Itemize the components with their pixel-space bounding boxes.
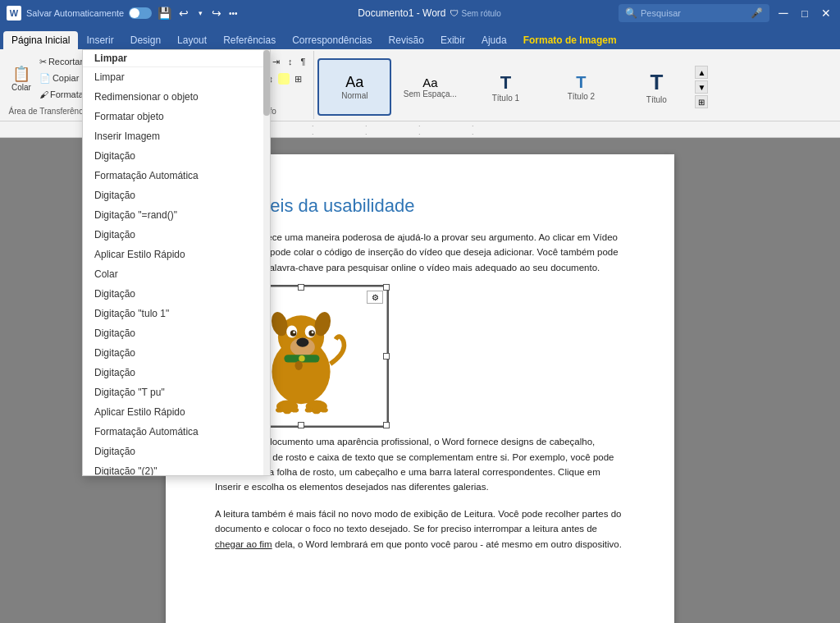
style-titulo[interactable]: T Título (619, 58, 693, 116)
dropdown-item-2[interactable]: Redimensionar o objeto (83, 87, 270, 107)
tab-review[interactable]: Revisão (381, 31, 432, 49)
dropdown-item-14[interactable]: Digitação (83, 323, 270, 343)
paste-icon: 📋 (12, 65, 30, 83)
cut-icon: ✂ (39, 57, 47, 67)
minimize-button[interactable]: ─ (776, 6, 791, 21)
shading-button[interactable] (278, 73, 290, 85)
style-t1-label: Título 1 (492, 94, 519, 103)
styles-scroll-down[interactable]: ▼ (695, 80, 708, 94)
search-icon: 🔍 (625, 7, 637, 19)
styles-scroll-controls: ▲ ▼ ⊞ (695, 66, 708, 108)
style-normal-preview: Aa (345, 74, 363, 91)
copy-icon: 📄 (39, 73, 51, 84)
cut-label: Recortar (48, 57, 83, 66)
svg-point-22 (295, 361, 303, 370)
svg-point-10 (293, 332, 295, 334)
title-bar-center: Documento1 - Word 🛡 Sem rótulo (240, 7, 619, 19)
underline-text: chegar ao fim (215, 539, 272, 549)
styles-expand[interactable]: ⊞ (695, 95, 708, 108)
dropdown-item-3[interactable]: Formatar objeto (83, 107, 270, 126)
style-normal[interactable]: Aa Normal (317, 58, 391, 116)
dropdown-item-13[interactable]: Digitação "tulo 1" (83, 304, 270, 323)
sort-button[interactable]: ↕ (285, 54, 296, 69)
handle-top-right[interactable] (383, 284, 390, 291)
ruler-marks: · · · · · · · · · · · · · · · · · · · · … (312, 121, 528, 138)
styles-section: Aa Normal Aa Sem Espaça... T Título 1 T … (314, 51, 837, 123)
tab-mailings[interactable]: Correspondências (284, 31, 380, 49)
redo-button[interactable]: ↪ (209, 6, 224, 21)
document-heading: As 10 leis da usabilidade (215, 195, 625, 217)
style-nospace[interactable]: Aa Sem Espaça... (393, 58, 467, 116)
dropdown-item-17[interactable]: Digitação "T pu" (83, 383, 270, 402)
save-button[interactable]: 💾 (157, 6, 171, 21)
styles-scroll-up[interactable]: ▲ (695, 66, 708, 79)
tab-home[interactable]: Página Inicial (3, 31, 78, 49)
dropdown-item-12[interactable]: Digitação (83, 284, 270, 304)
dropdown-scrollbar[interactable] (263, 50, 270, 475)
tag-label: Sem rótulo (462, 9, 501, 18)
dropdown-item-10[interactable]: Aplicar Estilo Rápido (83, 245, 270, 264)
document-para1[interactable]: O vídeo fornece uma maneira poderosa de … (215, 230, 625, 275)
dropdown-item-19[interactable]: Formatação Automática (83, 422, 270, 442)
dropdown-item-20[interactable]: Digitação (83, 442, 270, 461)
image-options-button[interactable]: ⚙ (367, 291, 383, 304)
tab-insert[interactable]: Inserir (78, 31, 121, 49)
svg-point-5 (296, 338, 308, 347)
increase-indent-button[interactable]: ⇥ (269, 54, 283, 69)
dropdown-item-8[interactable]: Digitação "=rand()" (83, 205, 270, 225)
autosave-toggle[interactable] (129, 7, 152, 19)
dropdown-item-1[interactable]: Limpar (83, 67, 270, 87)
search-box[interactable]: 🔍 🎤 (619, 4, 769, 22)
document-para2[interactable]: Para dar ao documento uma aparência prof… (215, 434, 625, 495)
tab-view[interactable]: Exibir (432, 31, 473, 49)
tab-design[interactable]: Design (122, 31, 169, 49)
close-button[interactable]: ✕ (819, 6, 833, 21)
document-para3[interactable]: A leitura também é mais fácil no novo mo… (215, 506, 625, 552)
dropdown-item-11[interactable]: Colar (83, 264, 270, 284)
svg-point-19 (305, 408, 313, 413)
dropdown-item-21[interactable]: Digitação "(2)" (83, 461, 270, 476)
clipboard-label: Área de Transferência (9, 107, 89, 116)
paste-area: 📋 Colar ✂ Recortar 📄 Copiar 🖌 Formatar (8, 54, 90, 102)
handle-mid-right[interactable] (383, 353, 390, 360)
dropdown-item-5[interactable]: Digitação (83, 146, 270, 166)
tab-help[interactable]: Ajuda (473, 31, 515, 49)
dropdown-item-7[interactable]: Digitação (83, 186, 270, 205)
undo-button[interactable]: ↩ (176, 6, 191, 21)
document-title: Documento1 - Word (358, 7, 445, 19)
dropdown-item-16[interactable]: Digitação (83, 363, 270, 383)
svg-point-18 (291, 408, 299, 413)
dropdown-item-15[interactable]: Digitação (83, 343, 270, 363)
maximize-button[interactable]: □ (797, 6, 812, 21)
show-hide-button[interactable]: ¶ (297, 54, 308, 69)
dropdown-scrollbar-thumb (263, 50, 270, 116)
borders-button[interactable]: ⊞ (291, 71, 305, 86)
format-label: Formatar (50, 89, 87, 99)
tab-format-image[interactable]: Formato de Imagem (515, 31, 625, 49)
title-bar: W Salvar Automaticamente 💾 ↩ ▾ ↪ ••• Doc… (0, 0, 840, 26)
style-nospace-preview: Aa (422, 76, 437, 89)
tab-references[interactable]: Referências (215, 31, 284, 49)
microphone-icon[interactable]: 🎤 (751, 7, 763, 19)
svg-point-20 (313, 410, 320, 415)
dropdown-item-9[interactable]: Digitação (83, 225, 270, 245)
handle-bottom-mid[interactable] (298, 422, 304, 428)
dropdown-item-18[interactable]: Aplicar Estilo Rápido (83, 402, 270, 422)
shield-icon: 🛡 (450, 8, 459, 18)
style-title1[interactable]: T Título 1 (468, 58, 542, 116)
paste-button[interactable]: 📋 Colar (8, 58, 34, 98)
style-titulo-preview: T (650, 70, 663, 95)
more-button[interactable]: ••• (226, 6, 240, 21)
dropdown-items-container: LimparLimparRedimensionar o objetoFormat… (83, 50, 270, 476)
dropdown-item-4[interactable]: Inserir Imagem (83, 126, 270, 146)
handle-bottom-right[interactable] (383, 422, 390, 428)
search-input[interactable] (641, 8, 747, 18)
style-titulo-label: Título (646, 95, 667, 104)
tab-layout[interactable]: Layout (169, 31, 215, 49)
handle-top-mid[interactable] (298, 284, 304, 291)
undo-dropdown-button[interactable]: ▾ (193, 6, 208, 21)
ribbon-tabs: Página Inicial Inserir Design Layout Ref… (0, 26, 840, 49)
dropdown-item-0[interactable]: Limpar (83, 50, 270, 67)
dropdown-item-6[interactable]: Formatação Automática (83, 166, 270, 186)
style-title2[interactable]: T Título 2 (544, 58, 618, 116)
